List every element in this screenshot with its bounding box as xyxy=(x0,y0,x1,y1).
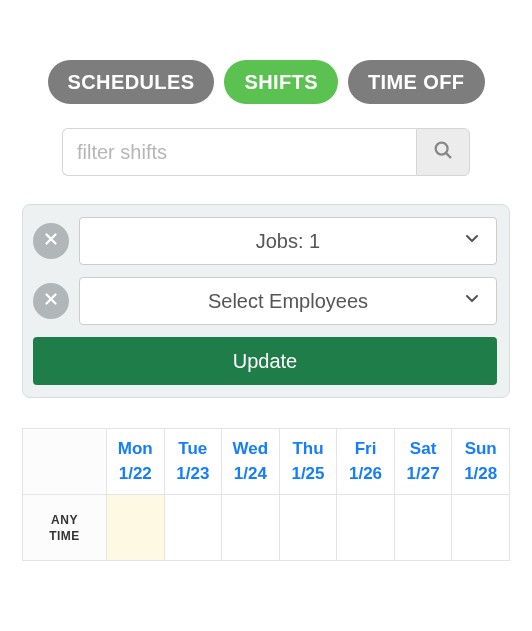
view-tabs: SCHEDULES SHIFTS TIME OFF xyxy=(20,60,512,104)
day-header-date: 1/23 xyxy=(167,462,220,487)
schedule-table: Mon1/22Tue1/23Wed1/24Thu1/25Fri1/26Sat1/… xyxy=(22,428,510,561)
close-icon xyxy=(42,290,60,312)
schedule-cell[interactable] xyxy=(164,495,222,561)
schedule-cell[interactable] xyxy=(337,495,395,561)
close-icon xyxy=(42,230,60,252)
day-header[interactable]: Sat1/27 xyxy=(394,429,452,495)
day-header-date: 1/25 xyxy=(282,462,335,487)
search-icon xyxy=(432,139,454,165)
day-header-date: 1/28 xyxy=(454,462,507,487)
tab-timeoff[interactable]: TIME OFF xyxy=(348,60,485,104)
employees-select[interactable]: Select Employees xyxy=(79,277,497,325)
clear-employees-button[interactable] xyxy=(33,283,69,319)
filter-row xyxy=(62,128,470,176)
tab-schedules[interactable]: SCHEDULES xyxy=(48,60,215,104)
chevron-down-icon xyxy=(462,289,482,314)
day-header[interactable]: Mon1/22 xyxy=(107,429,165,495)
day-header-date: 1/24 xyxy=(224,462,277,487)
day-header-date: 1/26 xyxy=(339,462,392,487)
day-header[interactable]: Fri1/26 xyxy=(337,429,395,495)
row-label-anytime: ANYTIME xyxy=(23,495,107,561)
update-button[interactable]: Update xyxy=(33,337,497,385)
day-header-name: Thu xyxy=(282,437,335,462)
jobs-select[interactable]: Jobs: 1 xyxy=(79,217,497,265)
schedule-cell[interactable] xyxy=(452,495,510,561)
day-header[interactable]: Thu1/25 xyxy=(279,429,337,495)
day-header-name: Fri xyxy=(339,437,392,462)
jobs-select-label: Jobs: 1 xyxy=(256,230,320,253)
day-header-name: Tue xyxy=(167,437,220,462)
schedule-row-anytime: ANYTIME xyxy=(23,495,510,561)
tab-shifts[interactable]: SHIFTS xyxy=(224,60,338,104)
day-header-name: Sun xyxy=(454,437,507,462)
day-header-name: Wed xyxy=(224,437,277,462)
filter-panel: Jobs: 1 Select Employees xyxy=(22,204,510,398)
day-header[interactable]: Sun1/28 xyxy=(452,429,510,495)
day-header[interactable]: Wed1/24 xyxy=(222,429,280,495)
day-header[interactable]: Tue1/23 xyxy=(164,429,222,495)
schedule-cell[interactable] xyxy=(279,495,337,561)
clear-jobs-button[interactable] xyxy=(33,223,69,259)
schedule-header-row: Mon1/22Tue1/23Wed1/24Thu1/25Fri1/26Sat1/… xyxy=(23,429,510,495)
employees-select-label: Select Employees xyxy=(208,290,368,313)
search-button[interactable] xyxy=(416,128,470,176)
schedule-cell[interactable] xyxy=(107,495,165,561)
day-header-name: Sat xyxy=(397,437,450,462)
schedule-cell[interactable] xyxy=(222,495,280,561)
schedule-cell[interactable] xyxy=(394,495,452,561)
filter-shifts-input[interactable] xyxy=(62,128,416,176)
header-blank xyxy=(23,429,107,495)
day-header-date: 1/27 xyxy=(397,462,450,487)
day-header-name: Mon xyxy=(109,437,162,462)
chevron-down-icon xyxy=(462,229,482,254)
svg-line-1 xyxy=(446,153,450,157)
day-header-date: 1/22 xyxy=(109,462,162,487)
